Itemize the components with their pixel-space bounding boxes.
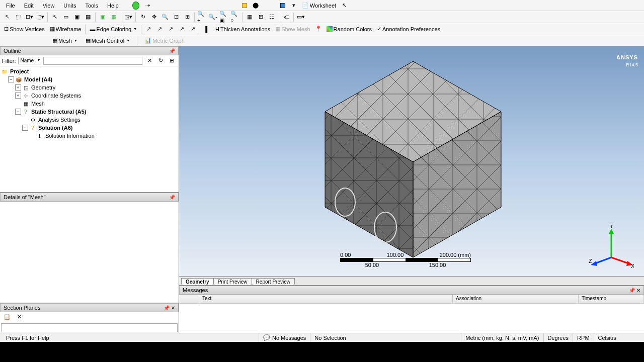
solve-dropdown-icon[interactable]: ⇢: [144, 2, 152, 10]
section-copy-icon[interactable]: 📋: [2, 312, 12, 322]
tree-toggle-static[interactable]: −: [15, 109, 21, 115]
zoom-out-icon[interactable]: 🔍-: [208, 12, 218, 22]
outline-pin-icon[interactable]: 📌: [169, 48, 175, 54]
sel-green2-icon[interactable]: ▦: [109, 12, 119, 22]
view1-icon[interactable]: ▦: [245, 12, 255, 22]
menu-tools[interactable]: Tools: [81, 2, 102, 10]
icon-d[interactable]: ▾: [289, 1, 299, 11]
annotation-prefs-button[interactable]: ✓Annotation Preferences: [375, 25, 442, 33]
edge4-icon[interactable]: ↗: [177, 24, 187, 34]
section-delete-icon[interactable]: ✕: [14, 312, 24, 322]
tree-solinfo[interactable]: Solution Information: [44, 133, 96, 139]
tree-toggle-model[interactable]: −: [8, 76, 14, 82]
section-planes-close-icon[interactable]: ✕: [171, 305, 175, 311]
icon-a[interactable]: [239, 1, 250, 11]
edge3-icon[interactable]: ↗: [166, 24, 176, 34]
sel-green1-icon[interactable]: ▣: [98, 12, 108, 22]
messages-col-text[interactable]: Text: [199, 295, 453, 303]
mesh-button[interactable]: ▦Mesh▼: [50, 36, 79, 45]
tree-mesh[interactable]: Mesh: [30, 101, 46, 107]
probe-icon[interactable]: 📍: [313, 24, 324, 34]
icon-b[interactable]: ⬤: [251, 1, 261, 11]
messages-col-assoc[interactable]: Association: [453, 295, 579, 303]
view3-icon[interactable]: ☷: [267, 12, 277, 22]
messages-pin-icon[interactable]: 📌: [629, 288, 635, 293]
zoom-reset-icon[interactable]: 🔍○: [230, 12, 240, 22]
sel-mode2-icon[interactable]: ▭: [61, 12, 71, 22]
zoom-in-icon[interactable]: 🔍+: [197, 12, 207, 22]
section-planes-pin-icon[interactable]: 📌: [164, 305, 170, 311]
tree-project[interactable]: Project: [9, 68, 30, 74]
outline-tree[interactable]: 📁Project −📦Model (A4) +◳Geometry +⊹Coord…: [0, 66, 179, 192]
mesh-control-button[interactable]: ▦Mesh Control▼: [84, 36, 132, 45]
select-edge-icon[interactable]: ⬚▾: [35, 12, 45, 22]
cursor-icon[interactable]: ↖: [339, 1, 349, 11]
show-mesh-button[interactable]: ▦Show Mesh: [273, 25, 312, 33]
thicken-icon[interactable]: ▌: [202, 24, 212, 34]
filter-clear-icon[interactable]: ✕: [144, 56, 154, 66]
messages-col-icon[interactable]: [179, 295, 199, 303]
triad-z-label: Z: [589, 258, 592, 264]
select-mode-icon[interactable]: ↖: [2, 12, 12, 22]
filter-expand-icon[interactable]: ⊞: [167, 56, 177, 66]
filter-refresh-icon[interactable]: ↻: [155, 56, 166, 66]
menu-file[interactable]: File: [2, 2, 19, 10]
worksheet-button[interactable]: 📄Worksheet: [300, 1, 338, 10]
menu-units[interactable]: Units: [59, 2, 80, 10]
tree-static[interactable]: Static Structural (A5): [30, 109, 87, 115]
edge5-icon[interactable]: ↗: [188, 24, 198, 34]
status-units: Metric (mm, kg, N, s, mV, mA): [461, 333, 543, 342]
select-vertex-icon[interactable]: ⊡▾: [24, 12, 34, 22]
edge1-icon[interactable]: ↗: [143, 24, 153, 34]
pan-icon[interactable]: ✥: [149, 12, 159, 22]
filter-input[interactable]: [43, 57, 142, 65]
tab-report-preview[interactable]: Report Preview: [252, 278, 295, 285]
tag-icon[interactable]: 🏷: [281, 12, 291, 22]
menu-view[interactable]: View: [39, 2, 59, 10]
zoom-box-icon[interactable]: ⊡: [171, 12, 181, 22]
messages-close-icon[interactable]: ✕: [636, 288, 640, 293]
tree-geometry[interactable]: Geometry: [30, 84, 56, 90]
layout-icon[interactable]: ▭▾: [296, 12, 306, 22]
solve-icon[interactable]: [132, 2, 140, 10]
tab-geometry[interactable]: Geometry: [181, 278, 214, 285]
sel-mode1-icon[interactable]: ↖: [50, 12, 60, 22]
menu-help[interactable]: Help: [103, 2, 123, 10]
tree-toggle-geometry[interactable]: +: [15, 84, 21, 90]
menu-edit[interactable]: Edit: [20, 2, 38, 10]
viewport-3d[interactable]: ANSYS R14.5: [179, 46, 644, 276]
triad-axes[interactable]: Y X Z: [589, 225, 634, 270]
view2-icon[interactable]: ⊞: [256, 12, 266, 22]
box-icon[interactable]: ◳▾: [123, 12, 133, 22]
icon-c[interactable]: [278, 1, 288, 11]
tree-toggle-coord[interactable]: +: [15, 93, 21, 99]
tree-solution[interactable]: Solution (A6): [37, 125, 73, 131]
edge2-icon[interactable]: ↗: [154, 24, 165, 34]
edge-coloring-button[interactable]: ▬Edge Coloring▼: [88, 25, 139, 33]
random-colors-button[interactable]: Random Colors: [325, 25, 374, 33]
sel-mode4-icon[interactable]: ▦: [83, 12, 93, 22]
tree-analysis[interactable]: Analysis Settings: [37, 117, 82, 123]
wireframe-button[interactable]: ▦Wireframe: [48, 25, 84, 33]
metric-graph-button[interactable]: 📊Metric Graph: [142, 36, 187, 45]
tree-coord[interactable]: Coordinate Systems: [30, 93, 82, 99]
ansys-version: R14.5: [616, 62, 638, 67]
zoom-sel-icon[interactable]: 🔍▣: [219, 12, 229, 22]
details-pin-icon[interactable]: 📌: [169, 195, 175, 200]
messages-col-ts[interactable]: Timestamp: [579, 295, 644, 303]
project-icon: 📁: [1, 68, 8, 75]
tab-print-preview[interactable]: Print Preview: [213, 278, 252, 285]
section-planes-input[interactable]: [1, 323, 178, 332]
filter-type-dropdown[interactable]: Name: [18, 57, 42, 64]
thicken-annotations-button[interactable]: HThicken Annotations: [213, 25, 272, 33]
zoom-icon[interactable]: 🔍: [160, 12, 170, 22]
rotate-icon[interactable]: ↻: [138, 12, 148, 22]
zoom-fit-icon[interactable]: ⊞: [182, 12, 192, 22]
show-vertices-button[interactable]: ⊡Show Vertices: [2, 25, 47, 33]
select-adjacent-icon[interactable]: ⬚: [13, 12, 23, 22]
sel-mode3-icon[interactable]: ▣: [72, 12, 82, 22]
tree-toggle-solution[interactable]: −: [22, 125, 28, 131]
tree-model[interactable]: Model (A4): [23, 76, 53, 82]
solution-icon: ?: [29, 124, 36, 131]
toolbar-selection: ↖ ⬚ ⊡▾ ⬚▾ ↖ ▭ ▣ ▦ ▣ ▦ ◳▾ ↻ ✥ 🔍 ⊡ ⊞ 🔍+ 🔍-…: [0, 11, 644, 23]
